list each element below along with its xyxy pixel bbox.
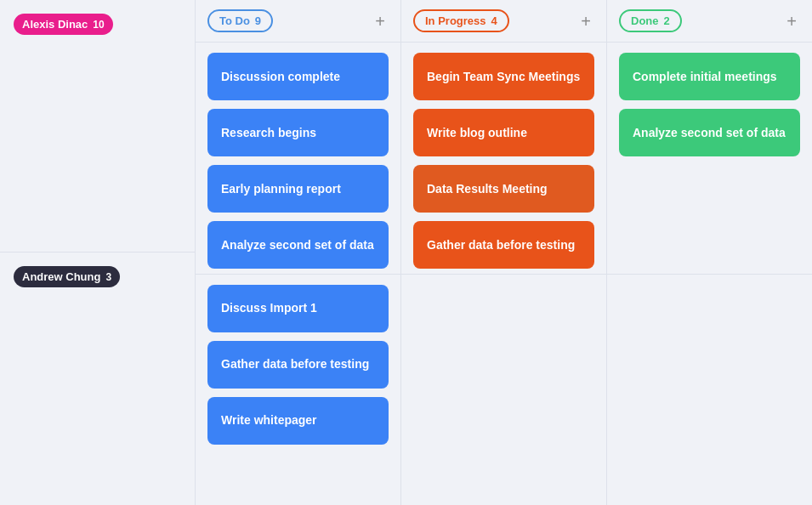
card-gather-data-inprogress[interactable]: Gather data before testing xyxy=(413,221,594,269)
card-write-blog-outline[interactable]: Write blog outline xyxy=(413,109,594,156)
card-gather-data-todo[interactable]: Gather data before testing xyxy=(207,341,389,389)
column-title-todo: To Do xyxy=(219,14,250,27)
inprogress-row-2 xyxy=(401,275,606,506)
sidebar: Alexis Dinac 10 Andrew Chung 3 xyxy=(0,0,196,505)
card-analyze-second-done[interactable]: Analyze second set of data xyxy=(619,109,800,156)
sidebar-user-top: Alexis Dinac 10 xyxy=(0,0,195,252)
user-badge-alexis[interactable]: Alexis Dinac 10 xyxy=(14,14,113,35)
column-count-inprogress: 4 xyxy=(491,14,497,27)
column-body-done: Complete initial meetings Analyze second… xyxy=(607,43,812,505)
add-card-done-button[interactable]: + xyxy=(783,13,800,30)
add-card-todo-button[interactable]: + xyxy=(372,13,389,30)
user-count-andrew: 3 xyxy=(105,271,111,283)
column-body-inprogress: Begin Team Sync Meetings Write blog outl… xyxy=(401,43,606,505)
card-complete-initial-meetings[interactable]: Complete initial meetings xyxy=(619,53,800,100)
done-row-1: Complete initial meetings Analyze second… xyxy=(607,43,812,275)
user-badge-andrew[interactable]: Andrew Chung 3 xyxy=(14,266,120,287)
column-title-pill-done: Done 2 xyxy=(619,9,682,32)
card-early-planning-report[interactable]: Early planning report xyxy=(207,165,389,213)
column-title-inprogress: In Progress xyxy=(425,14,486,27)
column-count-todo: 9 xyxy=(255,14,261,27)
columns-area: To Do 9 + Discussion complete Research b… xyxy=(196,0,812,505)
user-name-alexis: Alexis Dinac xyxy=(22,18,88,31)
column-header-todo: To Do 9 + xyxy=(196,0,400,43)
column-todo: To Do 9 + Discussion complete Research b… xyxy=(196,0,401,505)
column-title-done: Done xyxy=(631,14,659,27)
done-row-2 xyxy=(607,275,812,506)
add-card-inprogress-button[interactable]: + xyxy=(577,13,594,30)
column-header-done: Done 2 + xyxy=(607,0,812,43)
card-write-whitepager[interactable]: Write whitepager xyxy=(207,397,389,445)
todo-row-1: Discussion complete Research begins Earl… xyxy=(196,43,400,275)
sidebar-user-bottom: Andrew Chung 3 xyxy=(0,252,195,505)
column-body-todo: Discussion complete Research begins Earl… xyxy=(196,43,400,505)
user-name-andrew: Andrew Chung xyxy=(22,270,100,283)
user-count-alexis: 10 xyxy=(93,19,104,31)
card-analyze-second[interactable]: Analyze second set of data xyxy=(207,221,389,269)
column-done: Done 2 + Complete initial meetings Analy… xyxy=(607,0,812,505)
kanban-board: Alexis Dinac 10 Andrew Chung 3 To Do 9 + xyxy=(0,0,812,505)
column-count-done: 2 xyxy=(664,14,670,27)
card-research-begins[interactable]: Research begins xyxy=(207,109,389,156)
card-discuss-import[interactable]: Discuss Import 1 xyxy=(207,285,389,332)
column-title-pill-todo: To Do 9 xyxy=(207,9,273,32)
todo-row-2: Discuss Import 1 Gather data before test… xyxy=(196,275,400,506)
card-discussion-complete[interactable]: Discussion complete xyxy=(207,53,389,100)
column-inprogress: In Progress 4 + Begin Team Sync Meetings… xyxy=(401,0,607,505)
card-data-results-meeting[interactable]: Data Results Meeting xyxy=(413,165,594,213)
column-title-pill-inprogress: In Progress 4 xyxy=(413,9,509,32)
card-begin-team-sync[interactable]: Begin Team Sync Meetings xyxy=(413,53,594,100)
inprogress-row-1: Begin Team Sync Meetings Write blog outl… xyxy=(401,43,606,275)
column-header-inprogress: In Progress 4 + xyxy=(401,0,606,43)
